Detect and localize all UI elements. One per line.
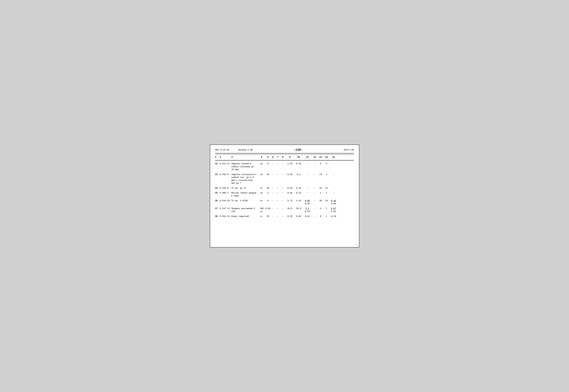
doc-number-right: 20477-09 [344,149,354,151]
cell-code: 8-408-3 [220,192,231,195]
cell-c11-line2: 0,0I [305,203,310,205]
cell-c15: – [329,173,338,176]
cell-c10: 0,2 [295,173,303,176]
page: 902-9-29.85 Альбом 6.88 -135- 20477-09 I… [210,145,359,247]
cell-c13: I4 [318,173,324,176]
cell-c14: I [324,192,329,195]
col-header-6: 6 [270,156,275,158]
col-header-13: I3 [318,156,324,158]
cell-c11: – [303,173,312,176]
cell-c7: – [275,192,280,195]
cell-c11-line1: 0,06 [305,200,310,202]
cell-c13: 3 [318,207,324,210]
cell-c9: 43,9 [285,207,295,210]
cell-c8: – [280,173,285,176]
cell-c13: 8 [318,163,324,166]
cell-c7: – [275,215,280,218]
col-header-7: 7 [275,156,280,158]
cell-c15: 0,07 0,02 [329,207,338,213]
cell-c11: I,2 0,28 [303,207,312,213]
cell-c11: – [303,187,312,190]
cell-c8: – [280,207,285,210]
col-header-8: 8 [280,156,285,158]
cell-c10: 0,04 [295,215,303,218]
cell-qty: 0,06 [266,207,270,210]
cell-c9: 0,83 [285,192,295,195]
table-row: I5 8-408-3 Монтаж гибких вводов К I08I ш… [215,191,354,198]
cell-row-num: I2 [215,163,220,166]
cell-code: 8-I56-9 [220,187,231,190]
col-divider [215,160,354,160]
cell-c7: – [275,163,280,166]
cell-code: 8-I47-I3 [220,207,231,210]
cell-qty: 6 [266,163,270,166]
cell-row-num: I6 [215,199,220,202]
cell-c15: – [329,192,338,195]
table-row: I4 8-I56-9 То же, до 37 шт 40 – – – 0,85… [215,186,354,191]
col-header-14: I4 [324,156,329,158]
col-header-12: I2 [312,156,318,158]
table-row: I8 8-534-I3 Кожух защитный кг 20 – – – 0… [215,214,354,219]
cell-c14: I4 [324,187,329,190]
cell-c15-line1: 0,07 [331,208,336,210]
cell-c14: I9 [324,199,329,202]
page-number: -135- [294,148,302,152]
cell-desc: Заделка силового кабеля сечением до I6 м… [231,163,258,171]
cell-c10: 0,46 [295,163,303,166]
cell-c8: – [280,187,285,190]
cell-c9: 0,68 [285,173,295,176]
cell-unit: кг [258,215,266,218]
corner-mark: □ [356,244,357,246]
cell-c13: 2 [318,192,324,195]
cell-code: 8-534-I3 [220,215,231,218]
cell-c15-line2: 0,02 [331,210,336,213]
cell-c11: 0,0I [303,215,312,218]
cell-c6: – [270,187,275,190]
cell-c6: – [270,215,275,218]
cell-c12: – [312,215,318,218]
cell-c12: – [312,192,318,195]
cell-c13: 34 [318,187,324,190]
cell-qty: 20 [266,173,270,176]
table-row: I7 8-I47-I3 Профиль монтажный К 238 I00ш… [215,206,354,214]
cell-qty: 20 [266,215,270,218]
album-label: Альбом 6.88 [239,149,253,151]
cell-unit: шт [258,173,266,176]
cell-c10: 0,36 [295,187,303,190]
col-header-9: 9 [285,156,295,158]
cell-c13: 46 [318,199,324,202]
cell-c9: I,33 [285,163,295,166]
cell-c15-line1: 0,48 [331,200,336,202]
cell-desc: Заделка контрольного кабеля сеч. до 2,5 … [231,173,258,185]
cell-c8: – [280,215,285,218]
cell-c6: – [270,207,275,210]
cell-c6: – [270,163,275,166]
cell-code: 8-I53-2I [220,163,231,166]
cell-c11-line1: I,2 [305,208,309,210]
cell-c15: – [329,187,338,190]
cell-desc: Профиль монтажный К 238 [231,207,258,213]
cell-c11: – [303,163,312,166]
cell-unit: шт [258,199,266,202]
cell-c14: 3 [324,163,329,166]
cell-row-num: I5 [215,192,220,195]
cell-c8: – [280,199,285,202]
col-header-11: II [303,156,312,158]
cell-row-num: I3 [215,173,220,176]
cell-c8: – [280,192,285,195]
cell-c8: – [280,163,285,166]
header-divider2 [215,154,354,155]
cell-c9: 5,73 [285,199,295,202]
doc-number: 902-9-29.85 [215,149,229,151]
cell-c9: 0,85 [285,187,295,190]
cell-c10: I0,9 [295,207,303,210]
col-header-1: I [215,156,220,158]
cell-code: 8-534-I6 [220,199,231,202]
cell-unit: I00шт [258,207,266,213]
cell-desc: Монтаж гибких вводов К I08I [231,192,258,197]
col-header-3: 3 [231,156,258,158]
cell-desc: Кожух защитный [231,215,258,218]
cell-c13: 8 [318,215,324,218]
cell-unit: шт [258,192,266,195]
cell-c15: 0,48 0,08 [329,199,338,205]
